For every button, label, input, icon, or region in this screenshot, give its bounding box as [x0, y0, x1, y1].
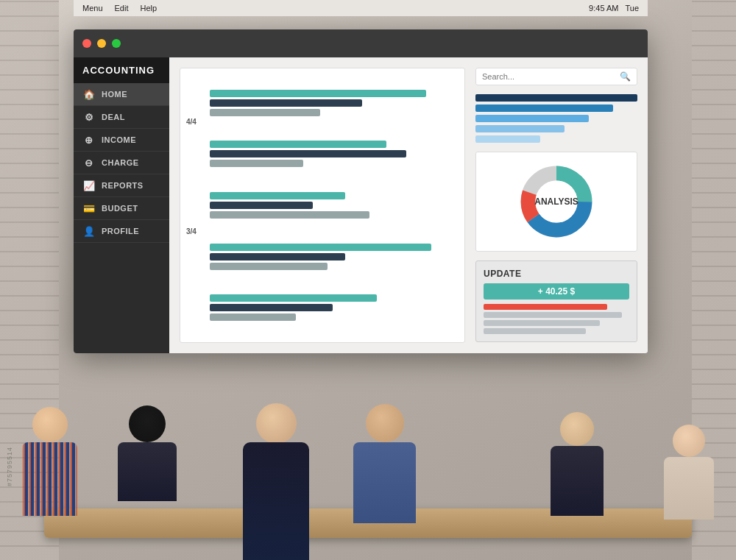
reports-icon: 📈	[82, 180, 96, 191]
chart-label-bottom: 3/4	[186, 227, 197, 235]
side-bar-2	[475, 104, 613, 112]
system-time: 9:45 AM Tue	[589, 4, 639, 13]
bar-chart-area: 4/4 3/4	[180, 68, 465, 343]
update-bar-orange	[484, 304, 607, 310]
right-panel: 🔍	[475, 68, 637, 343]
update-panel: UPDATE + 40.25 $	[475, 260, 637, 342]
sidebar-title: ACCOUNTING	[74, 57, 169, 83]
update-amount: + 40.25 $	[484, 283, 629, 300]
menu-item-help[interactable]: Help	[141, 4, 158, 13]
bar-5-1	[210, 294, 377, 302]
brick-wall-right	[692, 0, 736, 560]
bar-2-1	[210, 141, 386, 148]
income-icon: ⊕	[82, 135, 96, 145]
adobe-watermark: #75795514	[6, 447, 13, 486]
sidebar-item-profile[interactable]: 👤 PROFILE	[74, 220, 169, 243]
side-bar-3	[475, 115, 589, 122]
bar-1-2	[210, 99, 362, 107]
bar-2-3	[210, 160, 303, 167]
bar-3-3	[210, 211, 369, 219]
sidebar-item-deal[interactable]: ⚙ DEAL	[74, 106, 169, 129]
bar-group-2	[210, 141, 456, 167]
bar-group-5	[210, 294, 456, 321]
side-bar-4	[475, 125, 565, 132]
bar-5-3	[210, 313, 296, 321]
budget-icon: 💳	[82, 203, 96, 213]
traffic-light-green[interactable]	[112, 39, 121, 48]
side-bar-5	[475, 135, 540, 143]
update-bar-gray-1	[484, 312, 622, 318]
bar-group-3	[210, 192, 456, 219]
browser-chrome	[74, 29, 648, 57]
bar-1-3	[210, 109, 320, 116]
bar-5-2	[210, 304, 333, 311]
menu-bar: Menu Edit Help 9:45 AM Tue	[74, 0, 648, 16]
sidebar-item-budget[interactable]: 💳 BUDGET	[74, 197, 169, 220]
side-bar-1	[475, 94, 637, 102]
deal-icon: ⚙	[82, 112, 96, 122]
bar-1-1	[210, 90, 426, 97]
bar-2-2	[210, 150, 406, 157]
bar-4-2	[210, 253, 345, 260]
side-bars	[475, 94, 637, 143]
bar-3-1	[210, 192, 345, 199]
bar-4-1	[210, 244, 431, 251]
browser-content: ACCOUNTING 🏠 HOME ⚙ DEAL ⊕ INCOME ⊖ CHAR…	[74, 57, 648, 353]
donut-label: ANALYSIS	[534, 196, 578, 207]
search-bar[interactable]: 🔍	[475, 68, 637, 85]
traffic-light-yellow[interactable]	[97, 39, 106, 48]
bar-group-1	[210, 90, 456, 116]
donut-chart-container: ANALYSIS	[475, 152, 637, 252]
bar-3-2	[210, 202, 313, 209]
search-icon: 🔍	[620, 71, 631, 82]
update-bar-gray-2	[484, 320, 600, 326]
update-title: UPDATE	[484, 269, 629, 279]
home-icon: 🏠	[82, 89, 96, 99]
charge-icon: ⊖	[82, 157, 96, 168]
chart-label-top: 4/4	[186, 118, 197, 126]
sidebar-item-charge[interactable]: ⊖ CHARGE	[74, 152, 169, 174]
bar-4-3	[210, 263, 328, 270]
menu-item-edit[interactable]: Edit	[115, 4, 129, 13]
profile-icon: 👤	[82, 226, 96, 236]
sidebar-item-income[interactable]: ⊕ INCOME	[74, 129, 169, 152]
update-bar-gray-3	[484, 328, 586, 334]
update-bars	[484, 304, 629, 334]
chart-bars	[210, 77, 456, 333]
sidebar: ACCOUNTING 🏠 HOME ⚙ DEAL ⊕ INCOME ⊖ CHAR…	[74, 57, 169, 353]
sidebar-item-reports[interactable]: 📈 REPORTS	[74, 174, 169, 197]
traffic-light-red[interactable]	[82, 39, 91, 48]
projection-screen: ACCOUNTING 🏠 HOME ⚙ DEAL ⊕ INCOME ⊖ CHAR…	[74, 29, 648, 353]
bar-group-4	[210, 244, 456, 270]
main-area: 4/4 3/4	[169, 57, 648, 353]
menu-item-menu[interactable]: Menu	[82, 4, 103, 13]
sidebar-item-home[interactable]: 🏠 HOME	[74, 83, 169, 106]
donut-chart: ANALYSIS	[516, 161, 597, 242]
search-input[interactable]	[482, 72, 615, 81]
